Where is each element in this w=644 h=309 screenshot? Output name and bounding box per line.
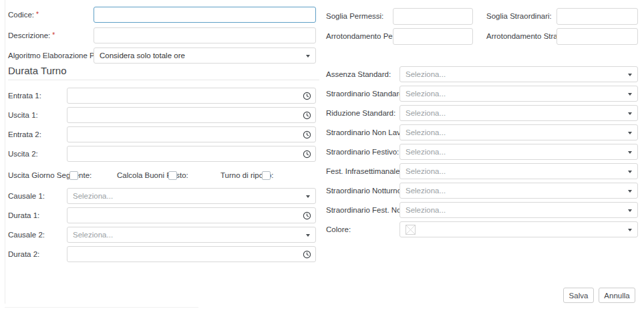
straordinario-notturno-label: Straordinario Notturno: (326, 183, 404, 199)
entrata2-input[interactable] (67, 127, 315, 142)
turno-di-riposo-checkbox[interactable] (262, 171, 271, 180)
fest-infrasettimanale-placeholder: Seleziona... (406, 164, 623, 179)
straordinario-fest-notturno-placeholder: Seleziona... (406, 203, 623, 217)
assenza-standard-select[interactable]: Seleziona... (399, 66, 638, 82)
chevron-down-icon (306, 55, 310, 58)
codice-input[interactable] (94, 7, 315, 22)
chevron-down-icon (628, 171, 632, 173)
salva-button[interactable]: Salva (563, 288, 594, 303)
clock-icon[interactable] (303, 150, 311, 159)
algoritmo-selected-value: Considera solo totale ore (100, 48, 301, 63)
straordinario-festivo-label: Straordinario Festivo: (326, 144, 399, 160)
codice-label: Codice:* (8, 7, 39, 23)
uscita-giorno-seguente-label: Uscita Giorno Seguente: (8, 171, 92, 181)
straordinario-festivo-select[interactable]: Seleziona... (399, 144, 638, 160)
durata1-label: Durata 1: (8, 207, 39, 223)
straordinario-fest-notturno-select[interactable]: Seleziona... (399, 202, 638, 218)
calcola-buoni-pasto-checkbox[interactable] (168, 171, 177, 180)
soglia-permessi-label: Soglia Permessi: (326, 8, 383, 25)
arrotondamento-permessi-input[interactable] (393, 29, 472, 44)
chevron-down-icon (628, 112, 632, 115)
arrotondamento-straordinari-input[interactable] (557, 29, 637, 44)
fest-infrasettimanale-label: Fest. Infrasettimanale: (326, 163, 402, 179)
chevron-down-icon (628, 93, 632, 96)
straordinario-non-lavorativo-placeholder: Seleziona... (406, 125, 623, 140)
uscita1-field-wrap (67, 107, 316, 123)
soglia-permessi-input[interactable] (393, 9, 472, 24)
straordinario-standard-select[interactable]: Seleziona... (399, 86, 638, 102)
entrata1-input[interactable] (67, 88, 315, 103)
durata2-label: Durata 2: (8, 246, 39, 262)
required-asterisk: * (36, 11, 39, 18)
fest-infrasettimanale-select[interactable]: Seleziona... (399, 163, 638, 179)
chevron-down-icon (628, 209, 632, 212)
panel-bottom-border (5, 307, 198, 308)
straordinario-notturno-select[interactable]: Seleziona... (399, 183, 638, 199)
riduzione-standard-select[interactable]: Seleziona... (399, 105, 638, 121)
causale2-label: Causale 2: (8, 227, 45, 243)
arrotondamento-row: Arrotondamento Permessi: Arrotondamento … (326, 28, 638, 45)
arrotondamento-permessi-field-wrap (393, 28, 473, 45)
algoritmo-select[interactable]: Considera solo totale ore (94, 47, 316, 64)
riduzione-standard-label: Riduzione Standard: (326, 105, 395, 121)
entrata1-label: Entrata 1: (8, 88, 41, 104)
clock-icon[interactable] (303, 111, 311, 120)
chevron-down-icon (628, 229, 632, 231)
colore-label: Colore: (326, 221, 351, 237)
chevron-down-icon (306, 234, 310, 237)
descrizione-field-wrap (94, 27, 316, 43)
clock-icon[interactable] (303, 250, 311, 259)
soglia-permessi-field-wrap (393, 8, 473, 25)
uscita2-label: Uscita 2: (8, 146, 38, 162)
chevron-down-icon (628, 132, 632, 134)
straordinario-standard-label: Straordinario Standard: (326, 86, 406, 102)
durata-turno-section-title: Durata Turno (8, 65, 319, 80)
causale2-placeholder: Seleziona... (73, 227, 301, 242)
descrizione-input[interactable] (94, 28, 315, 43)
straordinario-festivo-placeholder: Seleziona... (406, 144, 623, 159)
no-color-swatch-icon (406, 225, 416, 235)
calcola-buoni-pasto-label: Calcola Buoni Pasto: (117, 171, 188, 181)
assenza-standard-placeholder: Seleziona... (406, 67, 623, 82)
checkbox-row: Uscita Giorno Seguente: Calcola Buoni Pa… (8, 171, 316, 181)
soglia-straordinari-label: Soglia Straordinari: (486, 8, 552, 25)
required-asterisk: * (52, 31, 55, 39)
causale1-placeholder: Seleziona... (73, 189, 301, 203)
uscita2-field-wrap (67, 146, 316, 162)
straordinario-standard-placeholder: Seleziona... (406, 86, 623, 101)
chevron-down-icon (628, 190, 632, 193)
entrata2-field-wrap (67, 126, 316, 142)
assenza-standard-label: Assenza Standard: (326, 66, 391, 82)
codice-field-wrap (94, 7, 316, 23)
uscita1-input[interactable] (67, 108, 315, 122)
chevron-down-icon (628, 151, 632, 154)
durata1-input[interactable] (67, 208, 315, 223)
shift-edit-form: Codice:* Descrizione:* Algoritmo Elabora… (0, 0, 644, 309)
entrata1-field-wrap (67, 88, 316, 104)
soglia-straordinari-input[interactable] (557, 9, 637, 24)
causale2-select[interactable]: Seleziona... (67, 227, 316, 243)
uscita2-input[interactable] (67, 146, 315, 161)
causale1-select[interactable]: Seleziona... (67, 188, 316, 204)
colore-picker[interactable] (399, 221, 638, 237)
soglia-straordinari-field-wrap (556, 8, 638, 25)
riduzione-standard-placeholder: Seleziona... (406, 106, 623, 120)
straordinario-non-lavorativo-select[interactable]: Seleziona... (399, 124, 638, 140)
chevron-down-icon (628, 74, 632, 76)
durata1-field-wrap (67, 207, 316, 223)
straordinario-notturno-placeholder: Seleziona... (406, 183, 623, 198)
clock-icon[interactable] (303, 130, 311, 139)
uscita-giorno-seguente-checkbox[interactable] (69, 171, 78, 180)
causale1-label: Causale 1: (8, 188, 45, 204)
uscita1-label: Uscita 1: (8, 107, 38, 123)
entrata2-label: Entrata 2: (8, 126, 41, 142)
annulla-button[interactable]: Annulla (599, 288, 635, 303)
clock-icon[interactable] (303, 92, 311, 100)
durata2-field-wrap (67, 246, 316, 262)
arrotondamento-straordinari-field-wrap (556, 28, 638, 45)
durata2-input[interactable] (67, 247, 315, 262)
descrizione-label: Descrizione:* (8, 27, 55, 43)
soglia-row: Soglia Permessi: Soglia Straordinari: (326, 8, 638, 25)
panel-left-border (5, 0, 5, 304)
clock-icon[interactable] (303, 211, 311, 220)
